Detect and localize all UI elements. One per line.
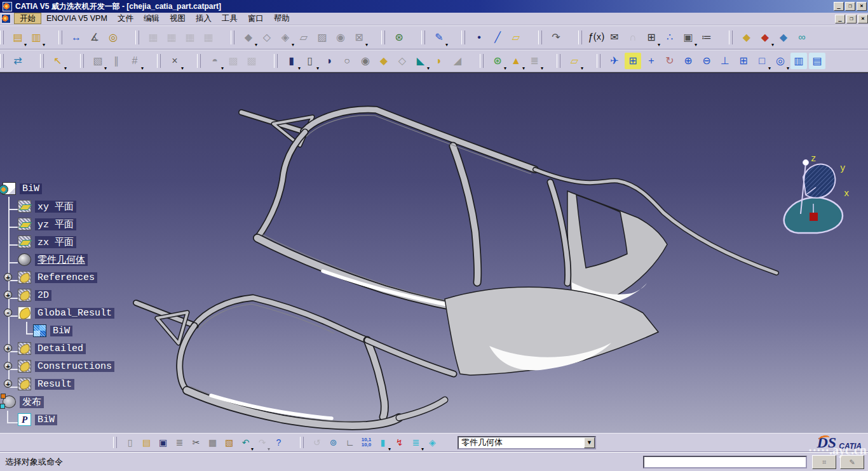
fill-surface-icon[interactable]: ▨ — [314, 29, 330, 46]
measure-inertia-icon[interactable]: ◎ — [105, 29, 121, 46]
plane-icon[interactable]: ▱ — [508, 29, 524, 46]
hide-show-icon[interactable]: ▥ — [790, 53, 807, 69]
offset-surface-icon[interactable]: ◈▾ — [277, 29, 294, 46]
tree-item-zx-plane[interactable]: zx 平面 — [0, 233, 165, 251]
formula-icon[interactable]: ƒ⒳ — [588, 29, 604, 46]
sweep-surface-icon[interactable]: ▱ — [295, 29, 312, 46]
menu-item-工具[interactable]: 工具 — [217, 13, 243, 23]
menu-item-ENOVIA V5 VPM[interactable]: ENOVIA V5 VPM — [41, 13, 112, 23]
power-input[interactable] — [643, 456, 807, 468]
compass-free-rotation-handle[interactable] — [803, 160, 809, 166]
select-icon[interactable]: ↖▾ — [50, 53, 66, 69]
current-body-combo[interactable]: 零件几何体▼ — [458, 436, 596, 449]
normal-view-icon[interactable]: ⊥ — [717, 53, 733, 69]
tree-item-biw-root[interactable]: BiW — [0, 180, 165, 197]
open-icon[interactable]: ▤ — [139, 435, 154, 450]
rib-icon[interactable]: ◆ — [376, 53, 392, 69]
tree-item-xy-plane[interactable]: xy 平面 — [0, 197, 165, 215]
groove-icon[interactable]: ○ — [339, 53, 355, 69]
tree-item-partbody[interactable]: 零件几何体 — [0, 251, 165, 269]
surfaces-stack-icon[interactable]: ▱▾ — [566, 53, 583, 69]
knowledge-comment-icon[interactable]: ✉ — [606, 29, 623, 46]
menu-item-插入[interactable]: 插入 — [191, 13, 217, 23]
tree-item-publications[interactable]: 发布 — [0, 393, 165, 411]
tree-expander[interactable]: + — [4, 291, 12, 299]
line-icon[interactable]: ╱ — [489, 29, 506, 46]
compass-center-handle[interactable] — [810, 213, 818, 221]
equations-set-icon[interactable]: ≔ — [698, 29, 715, 46]
restore-button[interactable]: ❐ — [845, 2, 855, 11]
mask-sphere-icon[interactable]: ◓▾ — [207, 53, 223, 69]
grid-icon[interactable]: #▾ — [126, 53, 143, 69]
tree-item-publication-biw[interactable]: BiW — [0, 411, 165, 428]
circular-pattern-icon[interactable]: ◉ — [332, 29, 349, 46]
rotate-icon[interactable]: ↻ — [661, 53, 678, 69]
iso-view-icon[interactable]: □▾ — [754, 53, 770, 69]
tree-item-references[interactable]: +References — [0, 269, 165, 286]
multi-view-icon[interactable]: ⊞ — [735, 53, 752, 69]
axis-snap-icon[interactable]: ∟ — [342, 435, 357, 450]
fly-mode-icon[interactable]: ✈ — [606, 53, 623, 69]
child-close-button[interactable]: × — [858, 15, 868, 23]
insert-geometrical-set-icon[interactable]: ▧▾ — [90, 53, 106, 69]
blend-surface-icon[interactable]: ⊠▾ — [351, 29, 367, 46]
knowledge-button[interactable]: ✎ — [840, 455, 864, 469]
enovia-open-icon[interactable]: ▤▾ — [10, 29, 26, 46]
analysis-icon[interactable]: ▲▾ — [508, 53, 524, 69]
part-template-icon[interactable]: ◆ — [738, 29, 755, 46]
sketcher-icon[interactable]: ✎▾ — [431, 29, 447, 46]
fillet-icon[interactable]: ◗ — [431, 53, 447, 69]
pad-icon[interactable]: ▮▾ — [283, 53, 300, 69]
3d-viewport[interactable]: z y x z y x — [0, 72, 868, 433]
undo-icon[interactable]: ↶▾ — [238, 435, 253, 450]
hole-icon[interactable]: ◉ — [357, 53, 374, 69]
view-compass[interactable]: z y x — [776, 154, 853, 249]
web-browser-icon[interactable]: ⊚ — [326, 435, 341, 450]
tree-expander[interactable]: + — [4, 344, 12, 352]
list-icon[interactable]: ≣▾ — [409, 435, 423, 450]
new-document-icon[interactable]: ▯ — [123, 435, 137, 450]
measure-item-icon[interactable]: ∡ — [86, 29, 103, 46]
tree-list-icon[interactable]: ≣▾ — [526, 53, 543, 69]
powercopy-icon[interactable]: ◆▾ — [757, 29, 773, 46]
pan-icon[interactable]: + — [643, 53, 660, 69]
copy-icon[interactable]: ▦ — [205, 435, 220, 450]
swap-visible-space-icon[interactable]: ▤ — [809, 53, 825, 69]
slot-icon[interactable]: ◇ — [394, 53, 410, 69]
menu-item-视图[interactable]: 视图 — [165, 13, 191, 23]
lock-icon[interactable]: ▣▾ — [680, 29, 696, 46]
child-minimize-button[interactable]: _ — [835, 15, 845, 23]
user-feature-icon[interactable]: ◆ — [775, 29, 792, 46]
instantiate-from-document-icon[interactable]: ↷ — [548, 29, 564, 46]
gears-knowledge-icon[interactable]: ⊛▾ — [489, 53, 506, 69]
relations-icon[interactable]: ∴ — [661, 29, 678, 46]
point-icon[interactable]: • — [471, 29, 487, 46]
extrude-surface-icon[interactable]: ◇ — [259, 29, 275, 46]
draft-icon[interactable]: ◢ — [449, 53, 466, 69]
axis-system-icon[interactable]: ×▾ — [166, 53, 183, 69]
close-button[interactable]: × — [857, 2, 867, 11]
whats-this-icon[interactable]: ? — [271, 435, 286, 450]
fit-all-in-icon[interactable]: ⊞ — [625, 53, 641, 69]
tree-item-2d[interactable]: +2D — [0, 286, 165, 304]
shaft-icon[interactable]: ◑ — [320, 53, 337, 69]
tree-expander[interactable]: + — [4, 273, 12, 281]
tree-item-yz-plane[interactable]: yz 平面 — [0, 215, 165, 233]
print-icon[interactable]: ≣ — [172, 435, 187, 450]
update-icon[interactable]: ↯ — [392, 435, 407, 450]
surfaces-icon[interactable]: ◈ — [425, 435, 440, 450]
pocket-icon[interactable]: ▯▾ — [302, 53, 318, 69]
measure-between-icon[interactable]: ↔ — [68, 29, 85, 46]
menu-item-文件[interactable]: 文件 — [112, 13, 139, 23]
vpm-save-management-icon[interactable]: ⇄ — [10, 53, 26, 69]
cut-icon[interactable]: ✂ — [189, 435, 203, 450]
combo-dropdown-button[interactable]: ▼ — [584, 437, 595, 448]
document-template-icon[interactable]: ∞ — [794, 29, 810, 46]
biw-frame-lower[interactable] — [136, 287, 658, 425]
render-style-icon[interactable]: ◎▾ — [772, 53, 789, 69]
design-table-icon[interactable]: ⊞▾ — [643, 29, 660, 46]
tree-item-global-result[interactable]: -Global_Result — [0, 304, 165, 322]
snap-values-icon[interactable]: 10,110,0 — [359, 435, 374, 450]
planes-visualization-icon[interactable]: ∥ — [108, 53, 125, 69]
menu-item-编辑[interactable]: 编辑 — [139, 13, 165, 23]
